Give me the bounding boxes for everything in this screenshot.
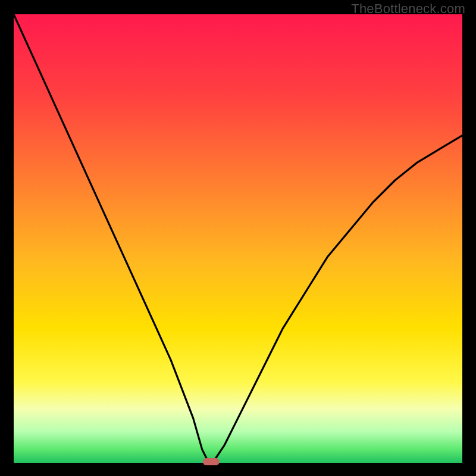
optimum-marker xyxy=(203,458,220,465)
curve-svg xyxy=(14,14,462,463)
plot-area xyxy=(14,14,462,463)
bottleneck-curve xyxy=(14,14,462,463)
chart-frame: TheBottleneck.com xyxy=(0,0,476,476)
